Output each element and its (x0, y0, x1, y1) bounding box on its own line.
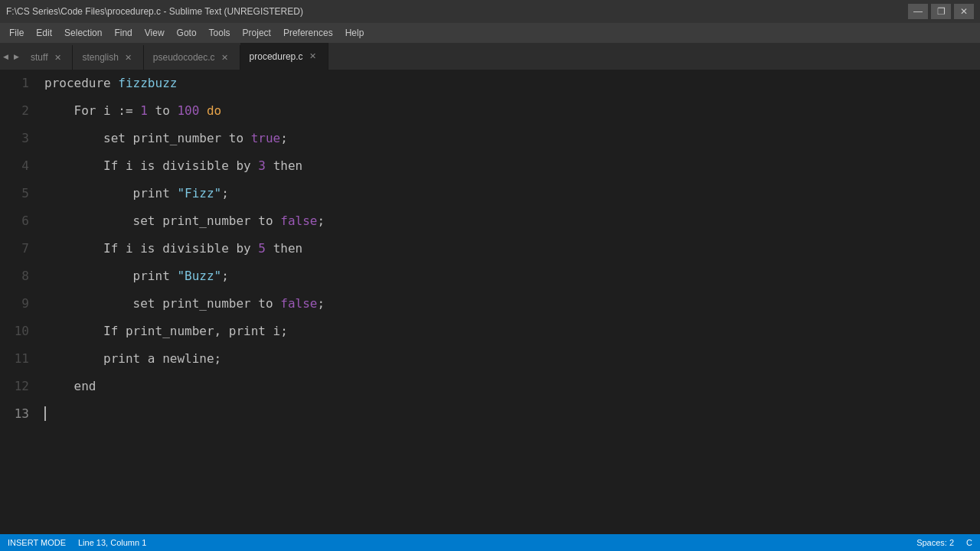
code-line-8: print "Buzz"; (44, 262, 980, 290)
menu-view[interactable]: View (139, 23, 171, 43)
tab-stuff-close[interactable]: ✕ (52, 52, 63, 63)
tab-nav-area: ◀ ▶ (0, 43, 21, 70)
code-line-13 (44, 400, 980, 428)
status-encoding: C (966, 538, 972, 547)
tab-pseudocodec-close[interactable]: ✕ (220, 52, 230, 63)
editor: 1 2 3 4 5 6 7 8 9 10 11 12 13 procedure … (0, 70, 980, 534)
status-spaces: Spaces: 2 (916, 538, 954, 547)
line-num-12: 12 (0, 373, 38, 400)
menu-bar: File Edit Selection Find View Goto Tools… (0, 23, 980, 43)
code-line-4: If i is divisible by 3 then (44, 152, 980, 180)
menu-file[interactable]: File (3, 23, 30, 43)
code-line-7: If i is divisible by 5 then (44, 235, 980, 262)
tab-nav-right[interactable]: ▶ (11, 43, 21, 70)
tab-nav-left[interactable]: ◀ (0, 43, 11, 70)
minimize-button[interactable]: — (908, 4, 928, 19)
line-num-7: 7 (0, 235, 38, 262)
line-num-5: 5 (0, 180, 38, 207)
tabs-container: stuff ✕ stenglish ✕ pseudocodec.c ✕ proc… (21, 43, 980, 70)
tab-stenglish-close[interactable]: ✕ (123, 52, 134, 63)
line-num-10: 10 (0, 318, 38, 345)
title-controls: — ❐ ✕ (908, 4, 974, 19)
code-line-10: If print_number, print i; (44, 318, 980, 345)
line-numbers: 1 2 3 4 5 6 7 8 9 10 11 12 13 (0, 70, 38, 534)
menu-goto[interactable]: Goto (171, 23, 203, 43)
code-line-5: print "Fizz"; (44, 180, 980, 207)
tab-bar: ◀ ▶ stuff ✕ stenglish ✕ pseudocodec.c ✕ … (0, 43, 980, 70)
line-num-13: 13 (0, 400, 38, 428)
title-bar: F:\CS Series\Code Files\procedurep.c - S… (0, 0, 980, 23)
status-left: INSERT MODE Line 13, Column 1 (8, 538, 146, 547)
code-line-12: end (44, 373, 980, 400)
menu-edit[interactable]: Edit (30, 23, 58, 43)
code-area[interactable]: procedure fizzbuzz For i := 1 to 100 do … (38, 70, 980, 534)
tab-stuff-label: stuff (31, 52, 47, 63)
code-line-9: set print_number to false; (44, 290, 980, 318)
line-num-1: 1 (0, 70, 38, 97)
status-right: Spaces: 2 C (916, 538, 972, 547)
tab-stuff[interactable]: stuff ✕ (21, 45, 73, 70)
title-text: F:\CS Series\Code Files\procedurep.c - S… (6, 6, 303, 17)
code-line-6: set print_number to false; (44, 207, 980, 235)
menu-help[interactable]: Help (339, 23, 371, 43)
status-mode: INSERT MODE (8, 538, 66, 547)
maximize-button[interactable]: ❐ (931, 4, 951, 19)
tab-procedurep[interactable]: procedurep.c ✕ (240, 43, 328, 70)
status-position: Line 13, Column 1 (78, 538, 146, 547)
code-line-3: set print_number to true; (44, 125, 980, 152)
menu-find[interactable]: Find (108, 23, 138, 43)
status-bar: INSERT MODE Line 13, Column 1 Spaces: 2 … (0, 534, 980, 551)
tab-stenglish-label: stenglish (82, 52, 118, 63)
menu-tools[interactable]: Tools (203, 23, 237, 43)
close-button[interactable]: ✕ (954, 4, 974, 19)
code-line-11: print a newline; (44, 345, 980, 373)
line-num-3: 3 (0, 125, 38, 152)
line-num-8: 8 (0, 262, 38, 290)
tab-procedurep-label: procedurep.c (250, 51, 303, 62)
line-num-9: 9 (0, 290, 38, 318)
tab-procedurep-close[interactable]: ✕ (308, 51, 318, 62)
code-line-2: For i := 1 to 100 do (44, 97, 980, 125)
code-line-1: procedure fizzbuzz (44, 70, 980, 97)
menu-preferences[interactable]: Preferences (277, 23, 339, 43)
menu-selection[interactable]: Selection (58, 23, 108, 43)
tab-pseudocodec[interactable]: pseudocodec.c ✕ (144, 45, 240, 70)
menu-project[interactable]: Project (237, 23, 277, 43)
tab-stenglish[interactable]: stenglish ✕ (73, 45, 143, 70)
line-num-6: 6 (0, 207, 38, 235)
tab-pseudocodec-label: pseudocodec.c (153, 52, 215, 63)
line-num-2: 2 (0, 97, 38, 125)
line-num-11: 11 (0, 345, 38, 373)
line-num-4: 4 (0, 152, 38, 180)
